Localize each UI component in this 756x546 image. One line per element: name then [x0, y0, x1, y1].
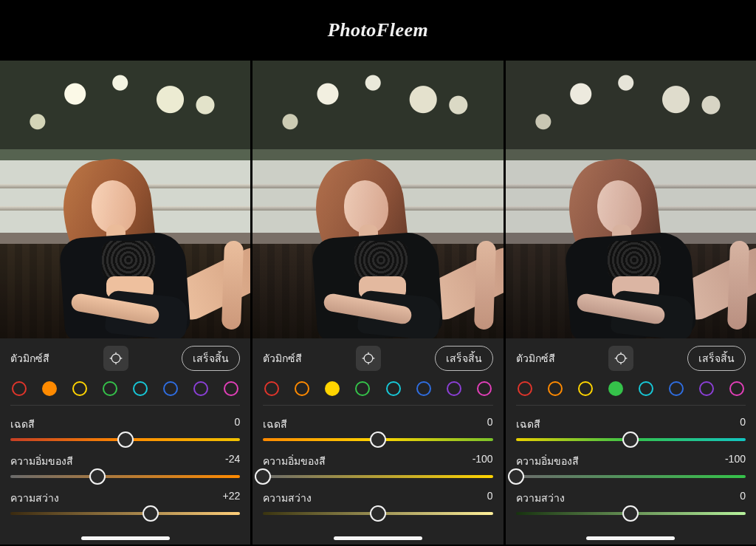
target-icon [614, 351, 628, 366]
color-swatch[interactable] [42, 381, 57, 396]
color-swatch[interactable] [103, 381, 117, 396]
target-adjust-button[interactable] [356, 346, 381, 371]
slider-row: ความสว่าง+22 [10, 490, 240, 515]
color-swatch[interactable] [163, 381, 178, 396]
slider-thumb[interactable] [370, 431, 386, 448]
color-swatch[interactable] [72, 381, 87, 396]
slider-value: -24 [225, 453, 240, 469]
slider-thumb[interactable] [117, 431, 134, 448]
slider-track[interactable] [516, 475, 746, 478]
slider-value: -100 [725, 453, 746, 469]
photo-preview [0, 61, 250, 338]
slider-value: 0 [740, 416, 746, 432]
slider-track[interactable] [516, 438, 746, 441]
slider-value: +22 [223, 490, 241, 506]
slider-label: เฉดสี [516, 416, 540, 432]
controls-area: ตัวมิกซ์สีเสร็จสิ้นเฉดสี0ความอิ่มของสี-1… [252, 338, 503, 545]
color-swatch[interactable] [548, 381, 563, 396]
home-indicator [334, 536, 422, 540]
color-swatch[interactable] [355, 381, 370, 396]
color-swatch[interactable] [193, 381, 208, 396]
slider-label: เฉดสี [263, 416, 287, 432]
slider-label: ความอิ่มของสี [10, 453, 73, 469]
home-indicator [586, 536, 675, 540]
slider-row: เฉดสี0 [10, 416, 240, 441]
slider-label: เฉดสี [10, 416, 35, 432]
color-swatch-row [263, 378, 492, 406]
slider-label: ความสว่าง [263, 490, 312, 506]
editor-panel: ตัวมิกซ์สีเสร็จสิ้นเฉดสี0ความอิ่มของสี-2… [0, 61, 250, 545]
home-indicator [81, 536, 170, 540]
slider-label: ความสว่าง [516, 490, 565, 506]
color-swatch[interactable] [447, 381, 461, 396]
slider-row: ความอิ่มของสี-100 [263, 453, 492, 478]
controls-area: ตัวมิกซ์สีเสร็จสิ้นเฉดสี0ความอิ่มของสี-1… [506, 338, 756, 545]
color-swatch[interactable] [578, 381, 593, 396]
slider-track[interactable] [263, 512, 492, 515]
slider-value: 0 [487, 490, 493, 506]
color-swatch-row [516, 378, 746, 406]
slider-row: เฉดสี0 [263, 416, 492, 441]
page-header: PhotoFleem [0, 0, 756, 61]
slider-thumb[interactable] [255, 468, 271, 485]
color-swatch[interactable] [325, 381, 340, 396]
slider-track[interactable] [10, 512, 240, 515]
controls-area: ตัวมิกซ์สีเสร็จสิ้นเฉดสี0ความอิ่มของสี-2… [0, 338, 250, 545]
brand-logo: PhotoFleem [328, 19, 428, 41]
slider-label: ความสว่าง [10, 490, 59, 506]
slider-track[interactable] [516, 512, 746, 515]
slider-row: ความอิ่มของสี-100 [516, 453, 746, 478]
slider-thumb[interactable] [142, 505, 159, 522]
slider-track[interactable] [10, 475, 240, 478]
slider-thumb[interactable] [370, 505, 386, 522]
section-title: ตัวมิกซ์สี [10, 350, 49, 366]
done-button[interactable]: เสร็จสิ้น [435, 346, 493, 371]
svg-point-0 [111, 354, 120, 363]
target-icon [361, 351, 376, 366]
svg-point-10 [616, 354, 625, 363]
slider-thumb[interactable] [89, 468, 106, 485]
section-title: ตัวมิกซ์สี [263, 350, 302, 366]
slider-row: เฉดสี0 [516, 416, 746, 441]
color-swatch[interactable] [699, 381, 714, 396]
target-adjust-button[interactable] [608, 346, 633, 371]
color-swatch[interactable] [386, 381, 401, 396]
slider-track[interactable] [263, 438, 492, 441]
section-title: ตัวมิกซ์สี [516, 350, 555, 366]
svg-point-5 [364, 354, 373, 363]
color-swatch[interactable] [669, 381, 684, 396]
done-button[interactable]: เสร็จสิ้น [687, 346, 746, 371]
editor-panel: ตัวมิกซ์สีเสร็จสิ้นเฉดสี0ความอิ่มของสี-1… [252, 61, 503, 545]
photo-preview [252, 61, 503, 338]
slider-row: ความสว่าง0 [516, 490, 746, 515]
slider-row: ความอิ่มของสี-24 [10, 453, 240, 478]
slider-value: 0 [487, 416, 493, 432]
color-swatch[interactable] [264, 381, 279, 396]
color-swatch[interactable] [639, 381, 653, 396]
slider-label: ความอิ่มของสี [263, 453, 326, 469]
slider-track[interactable] [263, 475, 492, 478]
color-swatch[interactable] [12, 381, 27, 396]
photo-preview [506, 61, 756, 338]
slider-row: ความสว่าง0 [263, 490, 492, 515]
color-swatch[interactable] [133, 381, 148, 396]
color-swatch[interactable] [477, 381, 492, 396]
slider-value: 0 [235, 416, 241, 432]
slider-label: ความอิ่มของสี [516, 453, 579, 469]
color-swatch[interactable] [295, 381, 309, 396]
editor-panel: ตัวมิกซ์สีเสร็จสิ้นเฉดสี0ความอิ่มของสี-1… [506, 61, 756, 545]
slider-thumb[interactable] [622, 431, 639, 448]
slider-thumb[interactable] [622, 505, 639, 522]
done-button[interactable]: เสร็จสิ้น [182, 346, 240, 371]
color-swatch[interactable] [518, 381, 532, 396]
color-swatch[interactable] [416, 381, 431, 396]
slider-value: -100 [472, 453, 493, 469]
color-swatch[interactable] [608, 381, 623, 396]
slider-thumb[interactable] [508, 468, 524, 485]
slider-value: 0 [740, 490, 746, 506]
target-adjust-button[interactable] [103, 346, 128, 371]
color-swatch[interactable] [224, 381, 238, 396]
color-swatch-row [10, 378, 240, 406]
slider-track[interactable] [10, 438, 240, 441]
color-swatch[interactable] [729, 381, 744, 396]
